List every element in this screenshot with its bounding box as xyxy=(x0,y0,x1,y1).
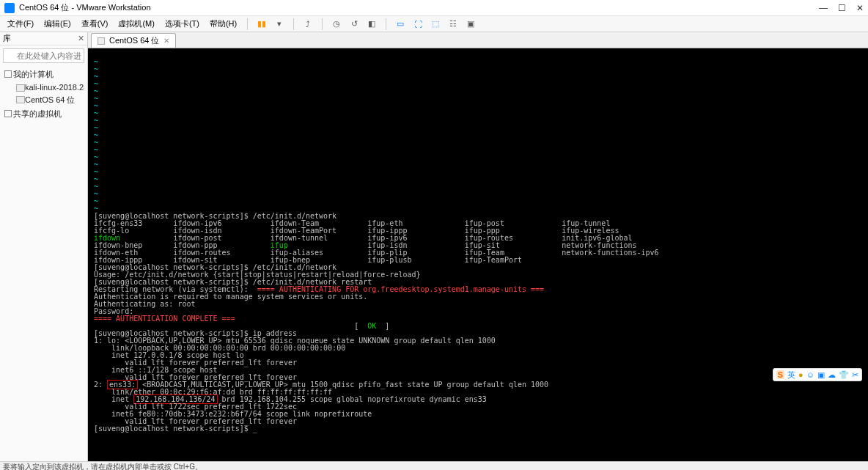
ime-dot-icon[interactable]: ● xyxy=(798,370,803,379)
tabstrip: CentOS 64 位 ✕ xyxy=(88,32,868,48)
minimize-button[interactable]: — xyxy=(819,3,828,13)
terminal[interactable]: ~ ~ ~ ~ ~ ~ ~ ~ ~ ~ ~ ~ ~ ~ ~ ~ ~ ~ ~ ~ … xyxy=(88,48,868,461)
ime-lang[interactable]: 英 xyxy=(787,370,795,381)
snapshot-icon[interactable]: ◷ xyxy=(331,18,342,30)
sidebar: 库 ✕ 我的计算机 kali-linux-2018.2-vm CentOS 64… xyxy=(0,32,88,461)
menu-tabs[interactable]: 选项卡(T) xyxy=(161,17,204,31)
tab-close-icon[interactable]: ✕ xyxy=(163,37,169,45)
ime-cut-icon[interactable]: ✂ xyxy=(852,370,858,380)
tree-root[interactable]: 我的计算机 xyxy=(3,67,84,81)
tab-label: CentOS 64 位 xyxy=(109,35,159,46)
ime-rect-icon[interactable]: ▣ xyxy=(817,370,825,380)
menu-file[interactable]: 文件(F) xyxy=(3,17,38,31)
fullscreen-icon[interactable]: ⛶ xyxy=(412,18,424,30)
menubar: 文件(F) 编辑(E) 查看(V) 虚拟机(M) 选项卡(T) 帮助(H) ▮▮… xyxy=(0,16,868,32)
ime-s-icon[interactable]: S xyxy=(776,370,784,379)
tab-centos[interactable]: CentOS 64 位 ✕ xyxy=(91,33,176,48)
view1-icon[interactable]: ▭ xyxy=(394,18,406,30)
search-input[interactable] xyxy=(3,48,84,63)
ime-smile-icon[interactable]: ☺ xyxy=(806,370,814,379)
revert-icon[interactable]: ↺ xyxy=(348,18,360,30)
library-tree: 我的计算机 kali-linux-2018.2-vm CentOS 64 位 共… xyxy=(0,66,87,122)
tree-shared[interactable]: 共享的虚拟机 xyxy=(3,107,84,121)
ime-toolbar[interactable]: S 英 ● ☺ ▣ ☁ 👕 ✂ xyxy=(773,368,862,381)
statusbar: 要将输入定向到该虚拟机，请在虚拟机内部单击或按 Ctrl+G。 xyxy=(0,461,868,470)
menu-help[interactable]: 帮助(H) xyxy=(205,17,241,31)
menu-edit[interactable]: 编辑(E) xyxy=(40,17,76,31)
dropdown-icon[interactable]: ▾ xyxy=(273,18,285,30)
maximize-button[interactable]: ☐ xyxy=(838,3,846,13)
tree-item-centos[interactable]: CentOS 64 位 xyxy=(15,93,84,107)
manage-icon[interactable]: ◧ xyxy=(366,18,378,30)
sidebar-title: 库 xyxy=(3,33,11,44)
tree-item-kali[interactable]: kali-linux-2018.2-vm xyxy=(15,81,84,93)
view2-icon[interactable]: ☷ xyxy=(447,18,459,30)
tab-vm-icon xyxy=(98,37,105,45)
ime-shirt-icon[interactable]: 👕 xyxy=(839,370,849,380)
menu-vm[interactable]: 虚拟机(M) xyxy=(114,17,159,31)
unity-icon[interactable]: ⬚ xyxy=(430,18,441,30)
titlebar: CentOS 64 位 - VMware Workstation — ☐ ✕ xyxy=(0,0,868,16)
app-icon xyxy=(4,3,15,13)
menu-view[interactable]: 查看(V) xyxy=(77,17,113,31)
send-icon[interactable]: ⤴ xyxy=(302,18,314,30)
window-title: CentOS 64 位 - VMware Workstation xyxy=(19,2,151,13)
sidebar-close-icon[interactable]: ✕ xyxy=(78,34,84,43)
status-text: 要将输入定向到该虚拟机，请在虚拟机内部单击或按 Ctrl+G。 xyxy=(3,462,202,471)
view3-icon[interactable]: ▣ xyxy=(465,18,477,30)
ime-cloud-icon[interactable]: ☁ xyxy=(828,370,836,380)
close-button[interactable]: ✕ xyxy=(856,3,864,13)
pause-icon[interactable]: ▮▮ xyxy=(256,18,268,30)
